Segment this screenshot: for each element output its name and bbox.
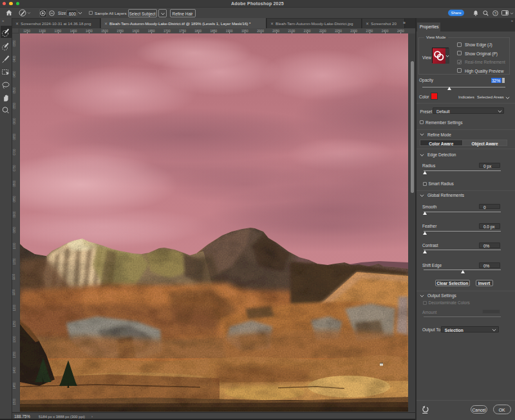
svg-text:?: ? [494, 11, 497, 15]
